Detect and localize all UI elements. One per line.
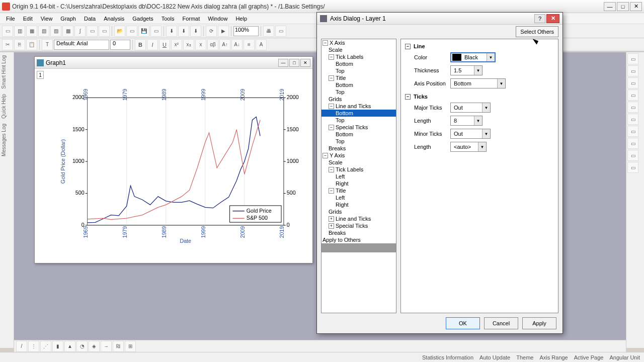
menu-format[interactable]: Format — [178, 15, 204, 23]
save-icon[interactable]: 💾 — [138, 26, 149, 37]
minor-ticks-select[interactable]: Out▼ — [450, 129, 491, 139]
status-stats[interactable]: Statistics Information — [422, 354, 473, 360]
new-notes-icon[interactable]: ▭ — [87, 26, 98, 37]
3d-plot-icon[interactable]: ◈ — [89, 341, 100, 352]
stats-plot-icon[interactable]: ⊞ — [125, 341, 136, 352]
save-template-icon[interactable]: ▭ — [150, 26, 162, 37]
menu-data[interactable]: Data — [80, 15, 100, 23]
italic-icon[interactable]: I — [147, 39, 158, 50]
increase-font-icon[interactable]: A↑ — [219, 39, 230, 50]
scatter-plot-icon[interactable]: ⋮ — [28, 341, 39, 352]
select-others-button[interactable]: Select Others — [516, 26, 558, 37]
tree-x-ticklabels[interactable]: −Tick Labels — [321, 53, 396, 60]
cut-icon[interactable]: ✂ — [2, 39, 13, 50]
messages-tab[interactable]: Messages Log — [1, 122, 13, 158]
area-plot-icon[interactable]: ▲ — [64, 341, 75, 352]
tree-x-special-bottom[interactable]: Bottom — [321, 131, 396, 138]
greek-icon[interactable]: αβ — [207, 39, 218, 50]
right-tool-7[interactable]: ▭ — [627, 126, 638, 137]
print-icon[interactable]: 🖶 — [263, 26, 274, 37]
menu-window[interactable]: Window — [204, 15, 231, 23]
status-angular-unit[interactable]: Angular Unit — [609, 354, 640, 360]
tree-y-title-right[interactable]: Right — [321, 201, 396, 208]
tree-y-special[interactable]: +Special Ticks — [321, 222, 396, 229]
tree-x-breaks[interactable]: Breaks — [321, 145, 396, 152]
new-folder-icon[interactable]: ▥ — [14, 26, 25, 37]
graph-close-button[interactable]: ✕ — [300, 59, 310, 67]
open-icon[interactable]: 📂 — [114, 26, 125, 37]
superscript-icon[interactable]: x² — [171, 39, 182, 50]
right-tool-5[interactable]: ▭ — [627, 102, 638, 113]
tree-x-line-top[interactable]: Top — [321, 117, 396, 124]
font-icon[interactable]: T — [42, 39, 53, 50]
minor-length-select[interactable]: <auto>▼ — [450, 142, 487, 152]
menu-tools[interactable]: Tools — [157, 15, 179, 23]
tree-y-scale[interactable]: Scale — [321, 159, 396, 166]
tree-x-title[interactable]: −Title — [321, 74, 396, 81]
axis-position-select[interactable]: Bottom▼ — [450, 78, 506, 88]
menu-view[interactable]: View — [37, 15, 57, 23]
smart-hint-tab[interactable]: Smart Hint Log — [1, 53, 13, 91]
stock-plot-icon[interactable]: ₪ — [113, 341, 124, 352]
batch-icon[interactable]: ⟳ — [206, 26, 217, 37]
menu-graph[interactable]: Graph — [56, 15, 80, 23]
tree-y-ticklabels-right[interactable]: Right — [321, 180, 396, 187]
thickness-select[interactable]: 1.5▼ — [450, 65, 482, 75]
ok-button[interactable]: OK — [446, 317, 480, 329]
graph-maximize-button[interactable]: □ — [289, 59, 299, 67]
dialog-help-button[interactable]: ? — [534, 14, 545, 23]
status-auto-update[interactable]: Auto Update — [479, 354, 510, 360]
graph-title-bar[interactable]: Graph1 — □ ✕ — [35, 57, 312, 69]
graph-minimize-button[interactable]: — — [278, 59, 288, 67]
new-matrix-icon[interactable]: ▩ — [62, 26, 73, 37]
menu-gadgets[interactable]: Gadgets — [128, 15, 157, 23]
tree-x-grids[interactable]: Grids — [321, 96, 396, 103]
status-active-page[interactable]: Active Page — [574, 354, 604, 360]
supersubscript-icon[interactable]: x — [195, 39, 206, 50]
graph-window[interactable]: Graph1 — □ ✕ 1 1969196919791979198919891… — [34, 56, 313, 263]
right-tool-4[interactable]: ▭ — [627, 89, 638, 101]
tree-y-ticklabels-left[interactable]: Left — [321, 173, 396, 180]
vector-plot-icon[interactable]: → — [101, 341, 112, 352]
font-select[interactable]: Default: Arial — [54, 40, 109, 50]
tree-x-title-bottom[interactable]: Bottom — [321, 81, 396, 88]
apply-button[interactable]: Apply — [522, 317, 556, 329]
right-tool-2[interactable]: ▭ — [627, 65, 638, 76]
zoom-select[interactable]: 100% — [233, 26, 259, 36]
chart-area[interactable]: 1969196919791979198919891999199920092009… — [55, 83, 306, 245]
tree-x-axis[interactable]: −X Axis — [321, 39, 396, 46]
tree-x-ticklabels-top[interactable]: Top — [321, 67, 396, 74]
new-layout-icon[interactable]: ▭ — [99, 26, 110, 37]
major-ticks-select[interactable]: Out▼ — [450, 103, 491, 113]
dialog-close-button[interactable]: ✕ — [546, 14, 559, 23]
menu-edit[interactable]: Edit — [19, 15, 37, 23]
line-plot-icon[interactable]: / — [16, 341, 27, 352]
close-button[interactable]: ✕ — [630, 2, 642, 11]
align-icon[interactable]: ≡ — [244, 39, 255, 50]
status-theme[interactable]: Theme — [516, 354, 533, 360]
bold-icon[interactable]: B — [135, 39, 146, 50]
cancel-button[interactable]: Cancel — [484, 317, 518, 329]
tree-apply-others[interactable]: Apply to Others — [321, 236, 396, 243]
tree-y-title[interactable]: −Title — [321, 187, 396, 194]
line-scatter-icon[interactable]: ⋰ — [40, 341, 51, 352]
layer-tag[interactable]: 1 — [37, 71, 44, 79]
major-length-select[interactable]: 8▼ — [450, 116, 482, 126]
tree-x-scale[interactable]: Scale — [321, 46, 396, 53]
font-color-icon[interactable]: A — [256, 39, 267, 50]
ticks-group-header[interactable]: −Ticks — [405, 94, 554, 100]
tree-y-breaks[interactable]: Breaks — [321, 229, 396, 236]
status-axis-range[interactable]: Axis Range — [539, 354, 568, 360]
tree-x-special-top[interactable]: Top — [321, 138, 396, 145]
decrease-font-icon[interactable]: A↓ — [231, 39, 243, 50]
axis-tree[interactable]: −X Axis Scale −Tick Labels Bottom Top −T… — [321, 39, 396, 313]
tree-y-line-ticks[interactable]: +Line and Ticks — [321, 215, 396, 222]
new-project-icon[interactable]: ▭ — [2, 26, 13, 37]
recalc-icon[interactable]: ▶ — [218, 26, 229, 37]
tree-x-special[interactable]: −Special Ticks — [321, 124, 396, 131]
pie-plot-icon[interactable]: ◔ — [76, 341, 88, 352]
line-group-header[interactable]: −Line — [405, 43, 554, 49]
import-multiple-icon[interactable]: ⬇ — [190, 26, 201, 37]
tree-x-line-ticks[interactable]: −Line and Ticks — [321, 103, 396, 110]
right-tool-8[interactable]: ▭ — [627, 138, 638, 149]
